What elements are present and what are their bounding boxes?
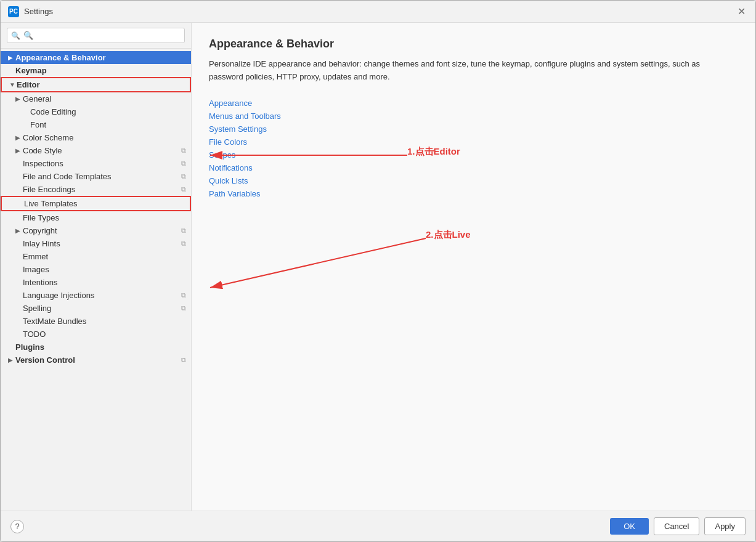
sidebar-item-file-types[interactable]: File Types xyxy=(1,211,191,224)
sidebar-item-label: Inspections xyxy=(23,159,179,168)
main-content: 🔍 ▶ Appearance & Behavior Keymap xyxy=(1,23,755,511)
annotation-svg xyxy=(192,23,755,511)
sidebar-item-label: Language Injections xyxy=(23,291,179,300)
sidebar-item-label: TODO xyxy=(23,330,186,339)
annotation-step1: 1.点击Editor xyxy=(407,146,460,158)
sidebar-item-todo[interactable]: TODO xyxy=(1,328,191,341)
sidebar-item-code-editing[interactable]: Code Editing xyxy=(1,105,191,118)
title-bar-left: PC Settings xyxy=(8,6,53,17)
copy-icon: ⧉ xyxy=(181,185,186,193)
sidebar-item-label: Spelling xyxy=(23,304,179,313)
cancel-button[interactable]: Cancel xyxy=(654,517,699,535)
sidebar-item-label: File and Code Templates xyxy=(23,172,179,181)
link-quick-lists[interactable]: Quick Lists xyxy=(209,176,738,185)
close-button[interactable]: ✕ xyxy=(735,6,748,17)
search-wrapper: 🔍 xyxy=(7,28,185,43)
sidebar-item-label: Emmet xyxy=(23,252,186,261)
sidebar-item-label: TextMate Bundles xyxy=(23,317,186,326)
arrow-icon: ▼ xyxy=(9,81,17,88)
sidebar-item-label: Keymap xyxy=(15,66,186,75)
arrow-icon: ▶ xyxy=(15,147,23,154)
help-button[interactable]: ? xyxy=(10,520,24,533)
sidebar-item-code-style[interactable]: ▶ Code Style ⧉ xyxy=(1,144,191,157)
arrow-icon: ▶ xyxy=(15,227,23,234)
app-icon: PC xyxy=(8,6,19,17)
ok-button[interactable]: OK xyxy=(610,518,649,535)
copy-icon: ⧉ xyxy=(181,240,186,248)
sidebar-item-inspections[interactable]: Inspections ⧉ xyxy=(1,157,191,170)
sidebar-item-emmet[interactable]: Emmet xyxy=(1,250,191,263)
bottom-bar: ? OK Cancel Apply xyxy=(1,511,755,541)
sidebar-item-label: Intentions xyxy=(23,278,186,287)
copy-icon: ⧉ xyxy=(181,227,186,235)
link-appearance[interactable]: Appearance xyxy=(209,99,738,108)
link-system-settings[interactable]: System Settings xyxy=(209,124,738,134)
content-description: Personalize IDE appearance and behavior:… xyxy=(209,58,702,84)
copy-icon: ⧉ xyxy=(181,172,186,180)
search-input[interactable] xyxy=(7,28,185,43)
sidebar-item-images[interactable]: Images xyxy=(1,263,191,276)
sidebar-item-file-code-templates[interactable]: File and Code Templates ⧉ xyxy=(1,170,191,183)
sidebar-item-spelling[interactable]: Spelling ⧉ xyxy=(1,302,191,315)
tree-items: ▶ Appearance & Behavior Keymap ▼ Editor … xyxy=(1,49,191,511)
sidebar-item-language-injections[interactable]: Language Injections ⧉ xyxy=(1,289,191,302)
copy-icon: ⧉ xyxy=(181,356,186,364)
title-bar: PC Settings ✕ xyxy=(1,1,755,23)
search-icon: 🔍 xyxy=(11,31,20,40)
sidebar-item-keymap[interactable]: Keymap xyxy=(1,64,191,77)
sidebar-item-label: Version Control xyxy=(15,355,179,365)
sidebar-item-editor[interactable]: ▼ Editor xyxy=(1,77,191,92)
sidebar-item-color-scheme[interactable]: ▶ Color Scheme xyxy=(1,131,191,144)
bottom-buttons: OK Cancel Apply xyxy=(610,517,746,535)
sidebar-item-label: Appearance & Behavior xyxy=(15,53,186,62)
sidebar-item-label: Copyright xyxy=(23,226,179,235)
link-menus-toolbars[interactable]: Menus and Toolbars xyxy=(209,111,738,121)
settings-window: PC Settings ✕ 🔍 ▶ Appearance & Behavior xyxy=(0,0,756,542)
copy-icon: ⧉ xyxy=(181,291,186,299)
arrow-icon: ▶ xyxy=(15,95,23,102)
sidebar-item-plugins[interactable]: Plugins xyxy=(1,341,191,354)
copy-icon: ⧉ xyxy=(181,160,186,168)
sidebar-item-label: Inlay Hints xyxy=(23,239,179,248)
sidebar-item-inlay-hints[interactable]: Inlay Hints ⧉ xyxy=(1,237,191,250)
arrow-icon: ▶ xyxy=(8,357,15,363)
sidebar-item-textmate-bundles[interactable]: TextMate Bundles xyxy=(1,315,191,328)
sidebar-item-intentions[interactable]: Intentions xyxy=(1,276,191,289)
sidebar-item-file-encodings[interactable]: File Encodings ⧉ xyxy=(1,183,191,196)
sidebar-item-label: Editor xyxy=(17,80,185,89)
copy-icon: ⧉ xyxy=(181,147,186,155)
sidebar-item-label: Code Editing xyxy=(30,107,186,116)
window-title: Settings xyxy=(24,7,53,16)
content-title: Appearance & Behavior xyxy=(209,38,738,51)
sidebar-item-font[interactable]: Font xyxy=(1,118,191,131)
apply-button[interactable]: Apply xyxy=(704,517,746,535)
sidebar-item-label: Color Scheme xyxy=(23,133,186,142)
sidebar-item-label: Font xyxy=(30,120,186,129)
sidebar-item-appearance-behavior[interactable]: ▶ Appearance & Behavior xyxy=(1,51,191,64)
sidebar-item-label: File Encodings xyxy=(23,185,179,194)
content-area: Appearance & Behavior Personalize IDE ap… xyxy=(192,23,755,511)
link-path-variables[interactable]: Path Variables xyxy=(209,189,738,198)
link-notifications[interactable]: Notifications xyxy=(209,163,738,172)
search-box: 🔍 xyxy=(1,23,191,49)
arrow-icon: ▶ xyxy=(15,134,23,141)
sidebar-item-version-control[interactable]: ▶ Version Control ⧉ xyxy=(1,354,191,366)
arrow-icon: ▶ xyxy=(8,54,15,61)
copy-icon: ⧉ xyxy=(181,304,186,312)
sidebar-item-label: File Types xyxy=(23,213,186,222)
sidebar-item-general[interactable]: ▶ General xyxy=(1,92,191,105)
annotation-step2: 2.点击Live xyxy=(426,229,471,241)
sidebar: 🔍 ▶ Appearance & Behavior Keymap xyxy=(1,23,192,511)
sidebar-item-label: Images xyxy=(23,265,186,274)
link-file-colors[interactable]: File Colors xyxy=(209,137,738,147)
sidebar-item-label: General xyxy=(23,94,186,103)
sidebar-item-copyright[interactable]: ▶ Copyright ⧉ xyxy=(1,224,191,237)
sidebar-item-label: Code Style xyxy=(23,146,179,155)
sidebar-item-live-templates[interactable]: Live Templates xyxy=(1,196,191,211)
sidebar-item-label: Live Templates xyxy=(24,199,185,208)
sidebar-item-label: Plugins xyxy=(15,342,186,352)
link-scopes[interactable]: Scopes xyxy=(209,150,738,160)
svg-line-3 xyxy=(210,238,426,288)
